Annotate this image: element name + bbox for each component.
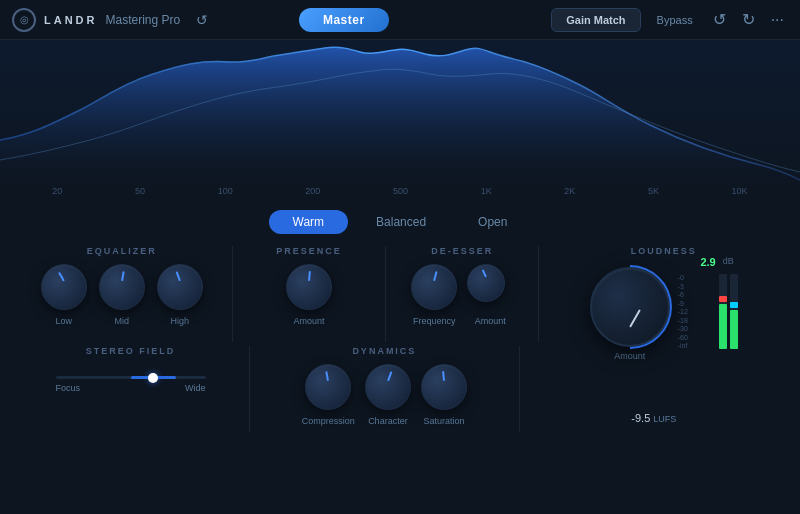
freq-label: 20: [52, 186, 62, 196]
tab-balanced[interactable]: Balanced: [352, 210, 450, 234]
eq-high-knob[interactable]: [157, 264, 203, 310]
gain-match-button[interactable]: Gain Match: [551, 8, 640, 32]
stereo-thumb[interactable]: [148, 373, 158, 383]
presence-label: PRESENCE: [276, 246, 342, 256]
deesser-amount-knob-group: Amount: [467, 264, 513, 326]
redo-button[interactable]: ↻: [738, 8, 759, 31]
stereo-label: STEREO FIELD: [86, 346, 176, 356]
meter-db-unit: dB: [723, 256, 734, 266]
equalizer-label: EQUALIZER: [87, 246, 157, 256]
more-options-button[interactable]: ···: [767, 9, 788, 31]
dynamics-label: DYNAMICS: [352, 346, 416, 356]
eq-high-knob-group: High: [157, 264, 203, 326]
presence-knobs: Amount: [286, 264, 332, 326]
master-button[interactable]: Master: [299, 8, 389, 32]
freq-label: 100: [218, 186, 233, 196]
controls-upper: EQUALIZER Low Mid: [0, 242, 800, 342]
freq-label: 200: [305, 186, 320, 196]
freq-label: 10K: [732, 186, 748, 196]
freq-label: 500: [393, 186, 408, 196]
character-label: Character: [368, 416, 408, 426]
frequency-labels: 20 50 100 200 500 1K 2K 5K 10K: [0, 186, 800, 196]
saturation-label: Saturation: [423, 416, 464, 426]
stereo-section: STEREO FIELD Focus Wide: [16, 346, 245, 432]
loudness-amount-label: Amount: [614, 351, 645, 361]
deesser-section: DE-ESSER Frequency Amount: [390, 246, 534, 342]
dynamics-section: DYNAMICS Compression Character: [254, 346, 514, 432]
deesser-knobs: Frequency Amount: [411, 264, 513, 326]
presence-amount-label: Amount: [293, 316, 324, 326]
saturation-knob[interactable]: [421, 364, 467, 410]
saturation-knob-group: Saturation: [421, 364, 467, 426]
loudness-amount-knob[interactable]: [590, 267, 670, 347]
svg-rect-4: [730, 310, 738, 349]
eq-low-label: Low: [56, 316, 73, 326]
tab-warm[interactable]: Warm: [269, 210, 349, 234]
stereo-wide-label: Wide: [185, 383, 206, 393]
svg-rect-2: [719, 296, 727, 302]
logo-icon: ◎: [12, 8, 36, 32]
eq-low-knob[interactable]: [41, 264, 87, 310]
deesser-frequency-knob[interactable]: [411, 264, 457, 310]
deesser-amount-label: Amount: [475, 316, 506, 326]
history-icon[interactable]: ↺: [188, 6, 216, 34]
stereo-track: [56, 376, 206, 379]
eq-mid-knob[interactable]: [99, 264, 145, 310]
svg-rect-5: [730, 302, 738, 308]
spectrum-display: 20 50 100 200 500 1K 2K 5K 10K: [0, 40, 800, 200]
deesser-label: DE-ESSER: [431, 246, 493, 256]
style-tabs: Warm Balanced Open: [0, 200, 800, 242]
level-meter: [719, 274, 738, 349]
freq-label: 50: [135, 186, 145, 196]
loudness-label: LOUDNESS: [631, 246, 697, 256]
lufs-unit: LUFS: [653, 414, 676, 424]
presence-amount-knob[interactable]: [286, 264, 332, 310]
app-name: Mastering Pro: [106, 13, 181, 27]
undo-button[interactable]: ↺: [709, 8, 730, 31]
lufs-display: -9.5 LUFS: [631, 412, 676, 424]
stereo-labels: Focus Wide: [56, 383, 206, 393]
character-knob[interactable]: [365, 364, 411, 410]
logo-text: LANDR: [44, 14, 98, 26]
deesser-amount-knob[interactable]: [467, 264, 513, 310]
equalizer-knobs: Low Mid High: [41, 264, 203, 326]
presence-section: PRESENCE Amount: [237, 246, 381, 342]
svg-rect-1: [719, 304, 727, 349]
freq-label: 2K: [564, 186, 575, 196]
bypass-button[interactable]: Bypass: [649, 9, 701, 31]
freq-label: 1K: [481, 186, 492, 196]
eq-mid-knob-group: Mid: [99, 264, 145, 326]
compression-knob-group: Compression: [302, 364, 355, 426]
dynamics-knobs: Compression Character Saturation: [302, 364, 467, 426]
lufs-value: -9.5: [631, 412, 650, 424]
deesser-freq-knob-group: Frequency: [411, 264, 457, 326]
presence-amount-knob-group: Amount: [286, 264, 332, 326]
freq-label: 5K: [648, 186, 659, 196]
meter-db-value: 2.9: [700, 256, 715, 268]
compression-label: Compression: [302, 416, 355, 426]
header: ◎ LANDR Mastering Pro ↺ Master Gain Matc…: [0, 0, 800, 40]
meter-scale: -0 -3 -6 -9 -12 -18 -30 -60 -inf: [678, 274, 688, 349]
loudness-section: LOUDNESS Amount 2.9 dB: [543, 246, 784, 342]
eq-low-knob-group: Low: [41, 264, 87, 326]
eq-high-label: High: [171, 316, 190, 326]
stereo-focus-label: Focus: [56, 383, 81, 393]
compression-knob[interactable]: [305, 364, 351, 410]
equalizer-section: EQUALIZER Low Mid: [16, 246, 228, 342]
eq-mid-label: Mid: [115, 316, 130, 326]
character-knob-group: Character: [365, 364, 411, 426]
tab-open[interactable]: Open: [454, 210, 531, 234]
stereo-slider[interactable]: Focus Wide: [56, 376, 206, 393]
deesser-frequency-label: Frequency: [413, 316, 456, 326]
